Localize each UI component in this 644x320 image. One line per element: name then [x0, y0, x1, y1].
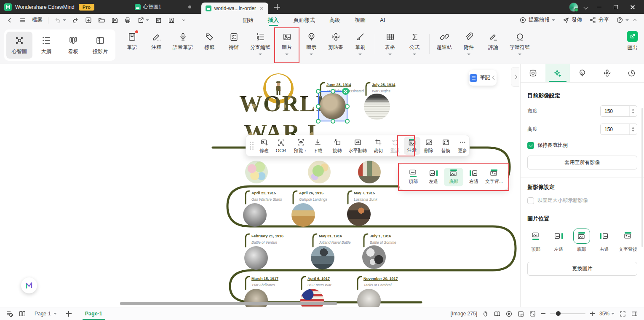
tab-insert[interactable]: 插入	[268, 14, 279, 26]
add-page-button[interactable]	[66, 311, 72, 317]
open-file-button[interactable]	[98, 16, 105, 24]
zoom-slider-knob[interactable]	[556, 311, 561, 316]
node-image-parade[interactable]	[358, 161, 381, 183]
ribbon-brush-button[interactable]: 筆刷	[350, 31, 371, 56]
fixed-size-checkbox[interactable]: 以固定大小顯示新影像	[527, 197, 637, 204]
fit-page-icon[interactable]	[517, 310, 524, 317]
timeline-node[interactable]: May 7, 1915 Lusitania Sunk	[354, 191, 377, 202]
selected-image[interactable]	[318, 91, 347, 121]
height-input[interactable]	[601, 126, 624, 132]
collapse-ribbon-icon[interactable]	[632, 17, 638, 23]
node-subtitle[interactable]: Tsar Abdicates	[251, 283, 278, 287]
node-image-jutland[interactable]	[311, 246, 334, 269]
ribbon-attachment-button[interactable]: 附件	[458, 31, 479, 56]
resize-handle[interactable]	[331, 89, 335, 94]
node-subtitle[interactable]: Battle of Somme	[370, 240, 396, 245]
position-left-button[interactable]: 左邊	[424, 168, 443, 186]
attention-position-button[interactable]: 注意	[404, 137, 420, 155]
export-button[interactable]: 匯出	[627, 30, 638, 51]
view-slides[interactable]: 投影片	[87, 32, 113, 59]
ribbon-formula-button[interactable]: 公式	[404, 31, 425, 56]
crop-button[interactable]: 裁切	[370, 137, 387, 155]
panel-position-behind-text-button[interactable]: 文字背後	[619, 229, 637, 253]
position-behind-text-button[interactable]: 文字背...	[484, 168, 504, 186]
preview-button[interactable]: 預覽：	[293, 137, 309, 155]
width-input[interactable]	[601, 108, 624, 114]
ribbon-note-button[interactable]: 筆記	[121, 31, 142, 52]
more-tools-chevron-icon[interactable]	[181, 17, 187, 23]
zoom-caret-icon[interactable]	[611, 313, 615, 315]
replace-image-panel-button[interactable]: 更換圖片	[527, 262, 637, 276]
node-date[interactable]: November 20, 1917	[363, 277, 398, 281]
document-tab-1[interactable]: 心智圖1	[131, 0, 165, 14]
ribbon-annotation-button[interactable]: 注釋	[146, 31, 167, 52]
ocr-button[interactable]: OCR	[273, 137, 289, 154]
timeline-node[interactable]: July 1, 1916 Battle of Somme	[370, 234, 396, 245]
node-date[interactable]: May 7, 1915	[354, 191, 377, 195]
timeline-node[interactable]: April 6, 1917 US Enters War	[307, 277, 331, 287]
font-symbol-caret-icon[interactable]	[518, 54, 521, 55]
position-bottom-button[interactable]: 底部	[444, 168, 463, 186]
zoom-level-selector[interactable]: 35%	[599, 311, 615, 317]
resize-handle[interactable]	[316, 119, 321, 124]
timeline-node[interactable]: July 28, 1914 War Begins	[372, 83, 395, 93]
minimize-button[interactable]	[593, 3, 604, 11]
save-button[interactable]	[111, 16, 118, 24]
resize-handle[interactable]	[316, 89, 321, 94]
panel-position-bottom-button[interactable]: 底部	[573, 229, 590, 253]
presentation-play-icon[interactable]	[505, 310, 513, 317]
panel-tab-history[interactable]	[619, 64, 644, 82]
delete-image-button[interactable]: 刪除	[421, 137, 437, 155]
zoom-out-button[interactable]	[541, 313, 545, 314]
panel-position-top-button[interactable]: 頂部	[527, 229, 544, 253]
modify-button[interactable]: 修改	[256, 137, 273, 155]
edrawmind-assistant-button[interactable]	[21, 277, 37, 293]
node-image-gas[interactable]	[243, 203, 267, 227]
more-button[interactable]: 更多	[454, 137, 471, 155]
ribbon-todo-button[interactable]: 待辦	[223, 31, 244, 52]
overview-icon[interactable]	[6, 310, 13, 317]
node-date[interactable]: April 6, 1917	[307, 277, 331, 281]
decrement-icon[interactable]	[632, 112, 634, 113]
formula-caret-icon[interactable]	[413, 54, 416, 55]
node-subtitle[interactable]: Gas Warfare Starts	[251, 197, 282, 202]
node-subtitle[interactable]: US Enters War	[307, 283, 331, 287]
drag-handle-icon[interactable]	[250, 142, 254, 150]
zoom-slider[interactable]	[550, 313, 585, 314]
tab-advanced[interactable]: 高級	[329, 14, 340, 26]
increment-icon[interactable]	[632, 109, 634, 110]
redo-button[interactable]	[72, 16, 79, 24]
file-menu[interactable]: 檔案	[32, 16, 43, 24]
undo-button[interactable]	[54, 16, 66, 24]
picture-caret-icon[interactable]	[285, 54, 289, 55]
view-mindmap[interactable]: 心智圖	[6, 32, 32, 59]
node-image-gallipoli[interactable]	[291, 203, 315, 227]
timeline-node[interactable]: November 20, 1917 Tanks at Cambrai	[363, 277, 398, 287]
outline-view-icon[interactable]	[494, 310, 501, 317]
checkbox-checked-icon[interactable]	[527, 142, 534, 149]
ribbon-voice-note-button[interactable]: 語音筆記	[170, 31, 195, 52]
node-date[interactable]: May 31, 1916	[319, 234, 351, 238]
table-caret-icon[interactable]	[388, 54, 392, 55]
node-date[interactable]: April 26, 1915	[299, 191, 327, 195]
panel-collapse-tab[interactable]	[511, 67, 519, 87]
print-button[interactable]	[124, 16, 131, 24]
page-selector[interactable]: Page-1	[35, 311, 57, 317]
view-outline[interactable]: 大綱	[33, 32, 59, 59]
tab-home[interactable]: 開始	[243, 14, 254, 26]
node-date[interactable]: July 1, 1916	[370, 234, 396, 238]
node-date[interactable]: April 22, 1915	[251, 191, 282, 195]
new-document-button[interactable]	[85, 16, 92, 24]
export-share-caret-icon[interactable]	[146, 19, 149, 21]
icon-caret-icon[interactable]	[310, 54, 313, 55]
page-tab-active[interactable]: Page-1	[85, 311, 102, 317]
present-button[interactable]: 提案簡報	[519, 16, 555, 24]
panel-scrollbar[interactable]	[641, 108, 643, 247]
account-chevron-down-icon[interactable]	[583, 5, 588, 9]
ribbon-font-symbol-button[interactable]: 字體符號	[507, 31, 532, 56]
node-subtitle[interactable]: Battle of Verdun	[251, 240, 283, 245]
maximize-button[interactable]	[610, 3, 621, 11]
help-button[interactable]	[616, 16, 629, 24]
ribbon-picture-button[interactable]: 圖片	[276, 31, 297, 56]
node-subtitle[interactable]: Tanks at Cambrai	[363, 283, 398, 287]
